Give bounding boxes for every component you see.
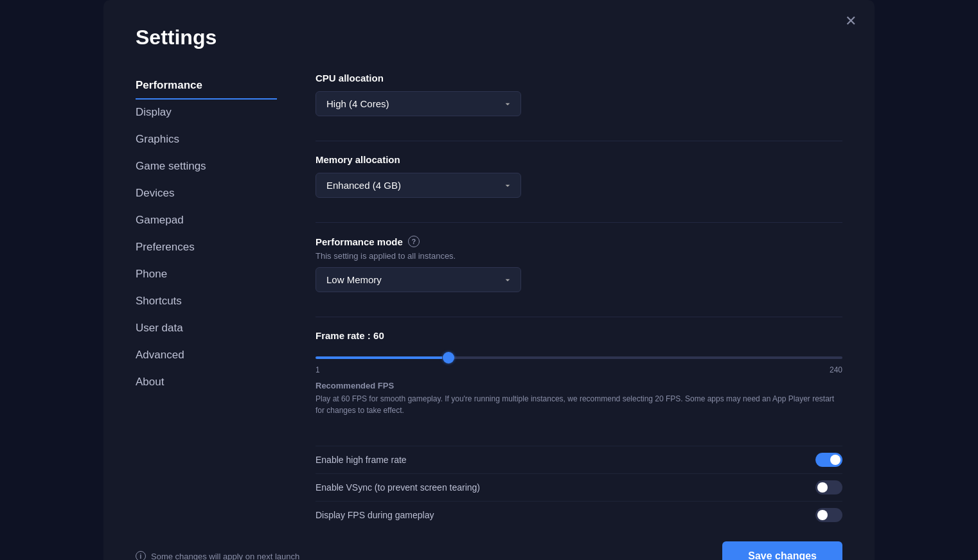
- sidebar-item-gamepad[interactable]: Gamepad: [136, 207, 277, 234]
- toggle-label-display-fps: Display FPS during gameplay: [316, 510, 434, 520]
- performance-mode-label-row: Performance mode ?: [316, 236, 842, 247]
- footer-note: i Some changes will apply on next launch: [136, 551, 299, 560]
- cpu-allocation-label: CPU allocation: [316, 73, 842, 83]
- sidebar-item-shortcuts[interactable]: Shortcuts: [136, 288, 277, 315]
- footer: i Some changes will apply on next launch…: [136, 529, 842, 560]
- memory-allocation-label: Memory allocation: [316, 154, 842, 165]
- toggle-label-high-frame-rate: Enable high frame rate: [316, 455, 407, 465]
- sidebar-item-game-settings[interactable]: Game settings: [136, 153, 277, 180]
- slider-max-label: 240: [830, 365, 842, 374]
- performance-mode-label: Performance mode: [316, 236, 403, 247]
- sidebar-item-graphics[interactable]: Graphics: [136, 127, 277, 153]
- save-changes-button[interactable]: Save changes: [722, 541, 842, 560]
- sidebar-item-devices[interactable]: Devices: [136, 180, 277, 207]
- frame-rate-section: Frame rate : 60 1 240 Recommended FPS Pl…: [316, 330, 842, 428]
- memory-allocation-section: Memory allocation Standard (2 GB)Enhance…: [316, 154, 842, 198]
- toggle-switch-vsync[interactable]: [815, 480, 842, 494]
- sidebar-item-advanced[interactable]: Advanced: [136, 342, 277, 369]
- toggle-slider-high-frame-rate: [815, 453, 842, 467]
- toggle-label-vsync: Enable VSync (to prevent screen tearing): [316, 482, 480, 493]
- recommended-fps-text: Play at 60 FPS for smooth gameplay. If y…: [316, 393, 842, 416]
- toggle-row-high-frame-rate: Enable high frame rate: [316, 446, 842, 473]
- divider-1: [316, 141, 842, 141]
- toggle-slider-vsync: [815, 480, 842, 494]
- sidebar-item-about[interactable]: About: [136, 369, 277, 396]
- frame-rate-slider[interactable]: [316, 356, 842, 359]
- cpu-allocation-select[interactable]: Low (1 Core)Medium (2 Cores)High (4 Core…: [316, 91, 521, 116]
- sidebar: PerformanceDisplayGraphicsGame settingsD…: [136, 73, 277, 529]
- frame-rate-slider-container: [316, 350, 842, 362]
- toggle-rows-container: Enable high frame rateEnable VSync (to p…: [316, 446, 842, 529]
- divider-3: [316, 317, 842, 317]
- performance-mode-help-icon[interactable]: ?: [408, 236, 420, 247]
- performance-mode-select[interactable]: Low MemoryBalancedHigh Performance: [316, 267, 521, 292]
- main-content: CPU allocation Low (1 Core)Medium (2 Cor…: [277, 73, 842, 529]
- slider-min-label: 1: [316, 365, 320, 374]
- slider-labels: 1 240: [316, 365, 842, 374]
- toggle-row-display-fps: Display FPS during gameplay: [316, 501, 842, 529]
- sidebar-item-performance[interactable]: Performance: [136, 73, 277, 100]
- settings-modal: ✕ Settings PerformanceDisplayGraphicsGam…: [103, 0, 875, 560]
- toggle-switch-high-frame-rate[interactable]: [815, 453, 842, 467]
- sidebar-item-user-data[interactable]: User data: [136, 315, 277, 342]
- performance-mode-subtitle: This setting is applied to all instances…: [316, 251, 842, 261]
- close-button[interactable]: ✕: [845, 14, 857, 28]
- memory-allocation-select[interactable]: Standard (2 GB)Enhanced (4 GB)High (6 GB…: [316, 173, 521, 198]
- footer-info-icon: i: [136, 551, 146, 560]
- sidebar-item-phone[interactable]: Phone: [136, 261, 277, 288]
- recommended-fps-title: Recommended FPS: [316, 381, 842, 390]
- toggle-switch-display-fps[interactable]: [815, 508, 842, 522]
- toggle-slider-display-fps: [815, 508, 842, 522]
- sidebar-item-display[interactable]: Display: [136, 100, 277, 127]
- divider-2: [316, 222, 842, 223]
- toggle-row-vsync: Enable VSync (to prevent screen tearing): [316, 473, 842, 501]
- sidebar-item-preferences[interactable]: Preferences: [136, 234, 277, 261]
- performance-mode-section: Performance mode ? This setting is appli…: [316, 236, 842, 292]
- frame-rate-label: Frame rate : 60: [316, 330, 842, 341]
- modal-title: Settings: [136, 26, 842, 49]
- footer-note-text: Some changes will apply on next launch: [151, 552, 299, 561]
- modal-body: PerformanceDisplayGraphicsGame settingsD…: [136, 73, 842, 529]
- cpu-allocation-section: CPU allocation Low (1 Core)Medium (2 Cor…: [316, 73, 842, 116]
